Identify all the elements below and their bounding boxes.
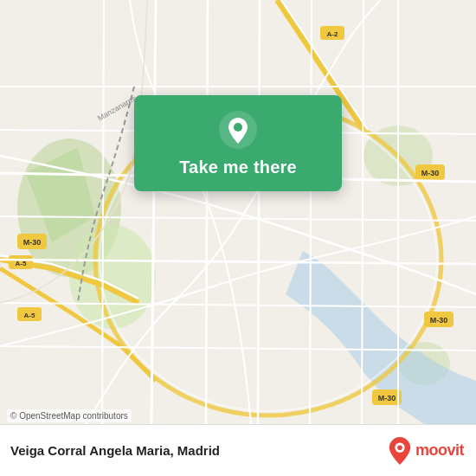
svg-text:M-30: M-30 bbox=[23, 238, 42, 247]
take-me-there-button[interactable]: Take me there bbox=[134, 95, 342, 191]
bottom-bar: Veiga Corral Angela Maria, Madrid moovit bbox=[0, 424, 476, 476]
map-area: M-30 M-30 M-30 M-30 A-5 A-5 A-2 bbox=[0, 0, 476, 424]
cta-label: Take me there bbox=[179, 158, 297, 177]
location-pin-icon bbox=[219, 111, 257, 149]
moovit-logo: moovit bbox=[388, 437, 464, 465]
moovit-pin-icon bbox=[388, 437, 412, 465]
osm-attribution: © OpenStreetMap contributors bbox=[7, 409, 132, 422]
svg-point-40 bbox=[397, 445, 402, 450]
svg-text:A-5: A-5 bbox=[24, 312, 35, 319]
location-info: Veiga Corral Angela Maria, Madrid bbox=[10, 443, 220, 458]
moovit-brand-name: moovit bbox=[415, 441, 464, 460]
svg-text:M-30: M-30 bbox=[430, 316, 448, 325]
location-name: Veiga Corral Angela Maria, Madrid bbox=[10, 443, 220, 458]
svg-text:M-30: M-30 bbox=[378, 394, 396, 402]
svg-text:A-2: A-2 bbox=[327, 30, 338, 38]
svg-text:M-30: M-30 bbox=[421, 169, 440, 177]
svg-point-38 bbox=[234, 123, 242, 132]
